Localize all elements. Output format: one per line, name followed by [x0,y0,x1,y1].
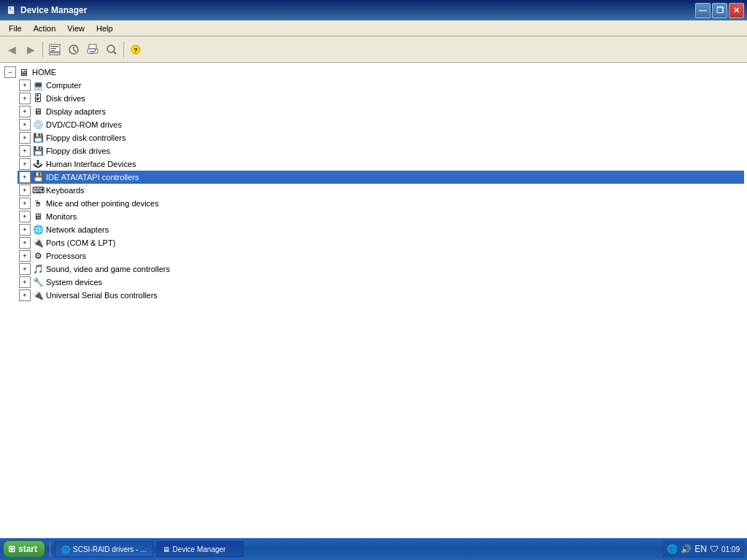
svg-rect-6 [89,44,96,49]
tree-expand-btn[interactable]: + [19,145,31,157]
svg-rect-8 [90,51,96,52]
tree-expand-btn[interactable]: + [19,263,31,275]
tree-item: +💻Computer [18,79,744,92]
tree-expand-btn[interactable]: + [19,289,31,301]
help-button[interactable]: ? [127,41,144,58]
tree-device-item[interactable]: +🖥Monitors [18,210,744,223]
tree-item: +🌐Network adapters [18,223,744,236]
tree-device-item[interactable]: +⚙Processors [18,249,744,262]
tree-expand-btn[interactable]: + [19,211,31,222]
tree-expand-btn[interactable]: + [19,106,31,117]
tree-expand-btn[interactable]: + [19,276,31,288]
device-icon: 🖥 [32,106,44,117]
tree-device-item[interactable]: +🌐Network adapters [18,223,744,236]
tree-expand-btn[interactable]: + [19,198,31,209]
tree-item: +🔌Ports (COM & LPT) [18,236,744,249]
tree-expand-btn[interactable]: + [19,93,31,104]
svg-line-12 [114,52,116,54]
device-icon: 💻 [32,79,44,91]
tree-device-item[interactable]: +💻Computer [18,79,744,92]
tray-lang-icon: EN [694,544,707,554]
tree-expand-btn[interactable]: + [19,171,31,183]
menu-view[interactable]: View [61,23,90,34]
menu-help[interactable]: Help [90,23,119,34]
tree-item: +🎵Sound, video and game controllers [18,262,744,276]
device-icon: 💾 [32,145,44,157]
device-label: Ports (COM & LPT) [46,238,115,247]
tree-device-item[interactable]: +💾Floppy disk controllers [18,131,744,144]
tree-device-item[interactable]: +⌨Keyboards [18,184,744,197]
device-label: Disk drives [46,94,85,103]
toolbar-separator-1 [42,42,43,58]
tree-device-item[interactable]: +🗄Disk drives [18,92,744,105]
title-bar-left: 🖥 Device Manager [6,4,87,16]
device-label: Monitors [46,212,77,221]
tree-expand-btn[interactable]: + [19,132,31,144]
update-driver-button[interactable] [65,41,82,58]
tree-item: +💾Floppy disk drives [18,144,744,158]
tree-expand-btn[interactable]: + [19,224,31,236]
device-label: System devices [46,278,102,287]
tree-device-item[interactable]: +💿DVD/CD-ROM drives [18,118,744,131]
tree-expand-btn[interactable]: + [19,158,31,170]
device-icon: 💾 [32,132,44,144]
minimize-button[interactable]: — [695,3,711,18]
menu-action[interactable]: Action [28,23,62,34]
tree-device-item[interactable]: +🕹Human Interface Devices [18,158,744,171]
back-button[interactable]: ◀ [3,41,20,58]
svg-text:?: ? [133,47,138,54]
device-label: DVD/CD-ROM drives [46,120,122,129]
tree-item: +🖥Display adapters [18,105,744,118]
device-icon: 🗄 [32,93,44,104]
home-node[interactable]: − 🖥 HOME [3,66,744,79]
app-icon: 🖥 [6,4,16,16]
tree-expand-btn[interactable]: + [19,250,31,262]
tree-device-item[interactable]: +💾Floppy disk drives [18,144,744,158]
device-icon: 💿 [32,119,44,131]
device-label: Display adapters [46,107,106,116]
tree-expand-btn[interactable]: + [19,79,31,91]
device-icon: 🎵 [32,263,44,275]
restore-button[interactable]: ❐ [712,3,727,18]
home-expand[interactable]: − [4,66,16,78]
device-label: Keyboards [46,186,85,195]
device-label: Mice and other pointing devices [46,199,159,208]
properties-button[interactable] [46,41,63,58]
toolbar: ◀ ▶ ? [0,36,747,63]
start-button[interactable]: ⊞ start [3,540,45,558]
close-button[interactable]: ✕ [729,3,744,18]
tree-item: +⚙Processors [18,249,744,262]
scsi-icon: 🌐 [61,545,70,553]
home-icon: 🖥 [18,66,29,78]
device-label: IDE ATA/ATAPI controllers [46,173,139,182]
taskbar-sep [50,542,50,556]
tree-device-item[interactable]: +🖥Display adapters [18,105,744,118]
device-icon: 🔌 [32,289,44,301]
scan-hardware-button[interactable] [103,41,120,58]
tree-item: +💾IDE ATA/ATAPI controllers [18,171,744,184]
svg-rect-9 [90,52,94,53]
title-bar-buttons: — ❐ ✕ [695,3,744,18]
tree-item: +💾Floppy disk controllers [18,131,744,144]
print-button[interactable] [84,41,101,58]
taskbar-scsi[interactable]: 🌐 SCSI-RAID drivers - ... [55,541,153,557]
tree-expand-btn[interactable]: + [19,237,31,249]
device-icon: 🖱 [32,198,44,209]
tree-device-item[interactable]: +🖱Mice and other pointing devices [18,197,744,210]
tree-item: +🕹Human Interface Devices [18,158,744,171]
clock: 01:09 [721,545,740,553]
device-list: +💻Computer+🗄Disk drives+🖥Display adapter… [3,79,744,302]
tree-device-item[interactable]: +🎵Sound, video and game controllers [18,262,744,276]
tree-device-item[interactable]: +🔧System devices [18,276,744,289]
tree-device-item[interactable]: +🔌Ports (COM & LPT) [18,236,744,249]
tree-expand-btn[interactable]: + [19,184,31,196]
tree-device-item[interactable]: +💾IDE ATA/ATAPI controllers [18,171,744,184]
tray-sound-icon: 🔊 [681,544,692,554]
menu-file[interactable]: File [3,23,28,34]
tree-device-item[interactable]: +🔌Universal Serial Bus controllers [18,289,744,302]
tree-root-item: − 🖥 HOME +💻Computer+🗄Disk drives+🖥Displa… [3,66,744,302]
tree-expand-btn[interactable]: + [19,119,31,131]
device-label: Floppy disk controllers [46,133,125,142]
forward-button[interactable]: ▶ [22,41,39,58]
taskbar-device-manager[interactable]: 🖥 Device Manager [156,541,244,557]
